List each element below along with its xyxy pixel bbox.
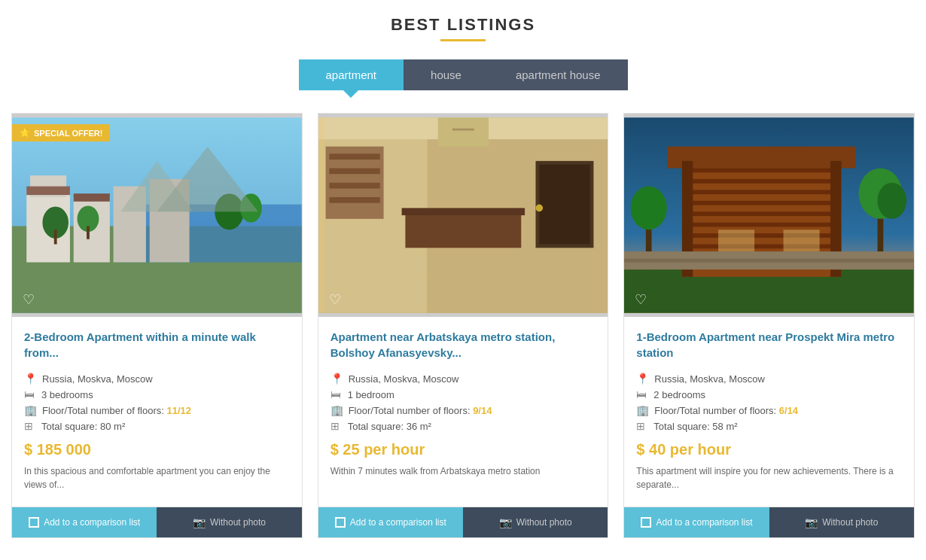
tab-apartment-house[interactable]: apartment house	[489, 59, 628, 90]
svg-rect-32	[329, 168, 379, 174]
location-icon-2: 📍	[330, 373, 343, 385]
square-1: ⊞ Total square: 80 m²	[24, 420, 290, 432]
svg-rect-45	[686, 168, 838, 172]
heart-icon-3[interactable]: ♡	[635, 291, 647, 308]
svg-rect-49	[686, 212, 838, 216]
tab-house[interactable]: house	[404, 59, 489, 90]
svg-rect-47	[686, 190, 838, 194]
svg-rect-29	[401, 208, 524, 215]
card-title-2: Apartment near Arbatskaya metro station,…	[330, 329, 596, 362]
svg-rect-2	[120, 205, 301, 263]
location-3: 📍 Russia, Moskva, Moscow	[636, 373, 902, 385]
svg-rect-61	[784, 230, 820, 251]
bed-icon-2: 🛏	[330, 388, 343, 400]
special-offer-badge: ⭐ ⭐ SPECIAL OFFER! SPECIAL OFFER!	[12, 124, 110, 142]
price-3: $ 40 per hour	[636, 441, 902, 458]
listings-grid: ⭐ ⭐ SPECIAL OFFER! SPECIAL OFFER! ♡ 2-Be…	[11, 113, 915, 538]
floor-2: 🏢 Floor/Total number of floors: 9/14	[330, 404, 596, 416]
card-title-1: 2-Bedroom Apartment within a minute walk…	[24, 329, 290, 362]
compare-button-3[interactable]: Add to a comparison list	[624, 507, 769, 537]
card-title-3: 1-Bedroom Apartment near Prospekt Mira m…	[636, 329, 902, 362]
floor-3: 🏢 Floor/Total number of floors: 6/14	[636, 404, 902, 416]
listing-card-1: ⭐ ⭐ SPECIAL OFFER! SPECIAL OFFER! ♡ 2-Be…	[11, 113, 303, 538]
compare-button-1[interactable]: Add to a comparison list	[12, 507, 157, 537]
card-meta-3: 📍 Russia, Moskva, Moscow 🛏 2 bedrooms 🏢 …	[636, 373, 902, 432]
card-body-2: Apartment near Arbatskaya metro station,…	[318, 317, 608, 507]
card-footer-1: Add to a comparison list 📷 Without photo	[12, 507, 302, 537]
svg-rect-48	[686, 201, 838, 205]
svg-rect-50	[686, 223, 838, 227]
heart-icon-1[interactable]: ♡	[23, 291, 35, 308]
star-icon: ⭐	[20, 128, 30, 138]
location-icon-1: 📍	[24, 373, 37, 385]
svg-rect-39	[452, 129, 474, 131]
bed-icon-3: 🛏	[636, 388, 648, 400]
camera-icon-3: 📷	[805, 516, 818, 528]
bedrooms-2: 🛏 1 bedroom	[330, 388, 596, 400]
svg-rect-28	[405, 212, 521, 248]
checkbox-icon-1	[29, 517, 39, 528]
svg-rect-63	[624, 259, 914, 263]
svg-point-37	[535, 205, 543, 212]
svg-point-56	[631, 187, 667, 230]
square-icon-3: ⊞	[636, 420, 648, 432]
svg-rect-33	[329, 183, 379, 189]
svg-rect-34	[329, 197, 379, 203]
card-body-3: 1-Bedroom Apartment near Prospekt Mira m…	[624, 317, 914, 507]
svg-rect-8	[26, 187, 70, 196]
bed-icon-1: 🛏	[24, 388, 36, 400]
price-1: $ 185 000	[24, 441, 290, 458]
page-title: BEST LISTINGS	[11, 15, 915, 35]
card-footer-3: Add to a comparison list 📷 Without photo	[624, 507, 914, 537]
compare-button-2[interactable]: Add to a comparison list	[318, 507, 463, 537]
description-2: Within 7 minutes walk from Arbatskaya me…	[330, 464, 596, 478]
camera-icon-1: 📷	[193, 516, 206, 528]
floor-link-2[interactable]: 9/14	[473, 405, 492, 416]
card-image-wrapper-3: ♡	[624, 114, 914, 317]
photo-button-2[interactable]: 📷 Without photo	[463, 507, 608, 537]
svg-point-59	[878, 183, 906, 219]
floor-1: 🏢 Floor/Total number of floors: 11/12	[24, 404, 290, 416]
svg-rect-36	[539, 165, 589, 245]
description-1: In this spacious and comfortable apartme…	[24, 464, 290, 492]
floor-icon-1: 🏢	[24, 404, 37, 416]
floor-icon-3: 🏢	[636, 404, 649, 416]
camera-icon-2: 📷	[499, 516, 512, 528]
location-1: 📍 Russia, Moskva, Moscow	[24, 373, 290, 385]
card-image-wrapper-1: ⭐ ⭐ SPECIAL OFFER! SPECIAL OFFER! ♡	[12, 114, 302, 317]
floor-icon-2: 🏢	[330, 404, 343, 416]
card-meta-2: 📍 Russia, Moskva, Moscow 🛏 1 bedroom 🏢 F…	[330, 373, 596, 432]
square-icon-2: ⊞	[330, 420, 343, 432]
location-2: 📍 Russia, Moskva, Moscow	[330, 373, 596, 385]
floor-link-3[interactable]: 6/14	[779, 405, 798, 416]
square-icon-1: ⊞	[24, 420, 36, 432]
tab-apartment[interactable]: apartment	[299, 59, 404, 90]
svg-rect-11	[54, 230, 57, 244]
card-meta-1: 📍 Russia, Moskva, Moscow 🛏 3 bedrooms 🏢 …	[24, 373, 290, 432]
card-body-1: 2-Bedroom Apartment within a minute walk…	[12, 317, 302, 507]
svg-rect-31	[329, 154, 379, 160]
svg-rect-9	[74, 193, 110, 202]
location-icon-3: 📍	[636, 373, 649, 385]
bedrooms-1: 🛏 3 bedrooms	[24, 388, 290, 400]
price-2: $ 25 per hour	[330, 441, 596, 458]
title-underline	[440, 39, 486, 41]
svg-rect-44	[668, 147, 856, 169]
svg-rect-38	[437, 117, 488, 146]
card-footer-2: Add to a comparison list 📷 Without photo	[318, 507, 608, 537]
listing-card-3: ♡ 1-Bedroom Apartment near Prospekt Mira…	[623, 113, 915, 538]
bedrooms-3: 🛏 2 bedrooms	[636, 388, 902, 400]
photo-button-1[interactable]: 📷 Without photo	[157, 507, 301, 537]
description-3: This apartment will inspire you for new …	[636, 464, 902, 492]
checkbox-icon-2	[335, 517, 346, 528]
square-2: ⊞ Total square: 36 m²	[330, 420, 596, 432]
floor-link-1[interactable]: 11/12	[166, 405, 191, 416]
heart-icon-2[interactable]: ♡	[329, 291, 341, 308]
tabs-container: apartment house apartment house	[11, 59, 915, 90]
photo-button-3[interactable]: 📷 Without photo	[769, 507, 914, 537]
svg-rect-40	[318, 117, 324, 313]
square-3: ⊞ Total square: 58 m²	[636, 420, 902, 432]
svg-rect-13	[87, 226, 90, 239]
listing-card-2: ♡ Apartment near Arbatskaya metro statio…	[318, 113, 609, 538]
card-image-wrapper-2: ♡	[318, 114, 608, 317]
